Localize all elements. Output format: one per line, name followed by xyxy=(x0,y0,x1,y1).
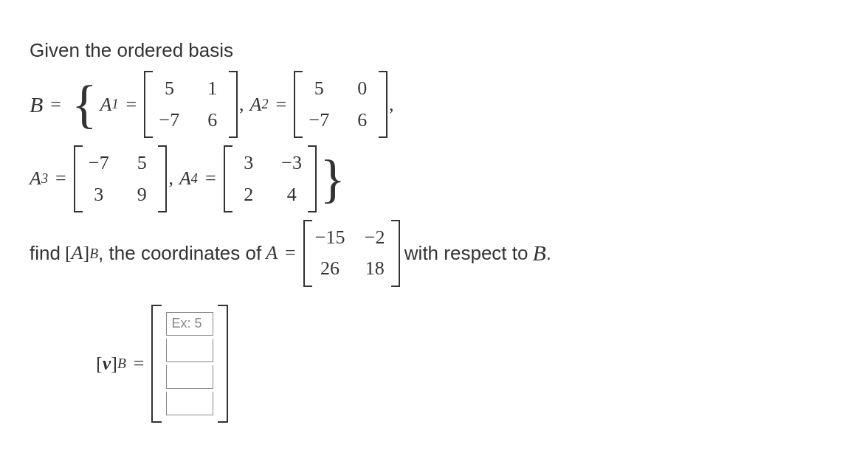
matrix-target: −15 −2 26 18 xyxy=(303,220,400,287)
A1-index: 1 xyxy=(111,95,118,114)
A3-name: A xyxy=(30,165,41,192)
comma-1: , xyxy=(239,91,244,118)
matrix-A1: 5 1 −7 6 xyxy=(144,71,238,138)
A4-c10: 2 xyxy=(235,181,262,208)
basis-row-2: A3 = −7 5 3 9 , A4 = 3 −3 2 4 } xyxy=(30,145,838,212)
equals-A3: = xyxy=(55,165,66,192)
A4-c11: 4 xyxy=(278,181,305,208)
A3-c11: 9 xyxy=(128,181,155,208)
basis-symbol: B xyxy=(30,89,43,120)
A4-index: 4 xyxy=(191,170,198,188)
answer-input-1[interactable] xyxy=(166,312,213,336)
T-c00: −15 xyxy=(315,224,345,251)
comma-3: , xyxy=(168,165,173,192)
coord-sub: B xyxy=(89,243,98,263)
T-c10: 26 xyxy=(315,255,345,282)
A2-c00: 5 xyxy=(306,75,332,102)
answer-vector xyxy=(151,305,228,423)
A4-name: A xyxy=(179,165,191,192)
A1-name: A xyxy=(100,91,112,118)
coord-A: A xyxy=(72,240,83,266)
period: . xyxy=(546,240,551,266)
basis-row-1: B = { A1 = 5 1 −7 6 , A2 = 5 0 −7 6 , xyxy=(30,71,838,138)
answer-equals: = xyxy=(134,350,145,377)
intro-text: Given the ordered basis xyxy=(30,37,838,63)
answer-input-3[interactable] xyxy=(166,365,213,389)
vec-sub: B xyxy=(117,353,126,373)
A3-c00: −7 xyxy=(86,150,112,176)
vec-open: [ xyxy=(96,350,103,377)
A3-c10: 3 xyxy=(86,181,112,208)
final-B: B xyxy=(532,238,545,269)
A1-c10: −7 xyxy=(156,107,182,134)
coord-open: [ xyxy=(65,240,72,266)
answer-input-4[interactable] xyxy=(166,392,213,415)
equals-A4: = xyxy=(205,165,216,192)
A1-c01: 1 xyxy=(199,75,226,102)
find-mid: , the coordinates of xyxy=(98,240,261,266)
answer-row: [v]B = xyxy=(96,305,838,423)
find-suffix: with respect to xyxy=(404,240,528,266)
A2-name: A xyxy=(250,91,262,118)
vec-close: ] xyxy=(111,350,117,377)
A3-c01: 5 xyxy=(128,150,155,176)
vec-v: v xyxy=(103,350,111,377)
A2-c01: 0 xyxy=(349,75,376,102)
A3-index: 3 xyxy=(41,170,48,188)
find-row: find [A]B , the coordinates of A = −15 −… xyxy=(30,220,838,287)
Aeq: A xyxy=(266,240,278,266)
brace-right: } xyxy=(320,163,345,195)
T-c01: −2 xyxy=(361,224,388,251)
matrix-A4: 3 −3 2 4 xyxy=(224,145,317,212)
A1-c11: 6 xyxy=(199,107,226,134)
equals-A2: = xyxy=(275,91,286,118)
A2-index: 2 xyxy=(261,95,268,114)
A2-c10: −7 xyxy=(306,107,332,134)
A1-c00: 5 xyxy=(156,75,182,102)
A4-c00: 3 xyxy=(235,150,262,176)
equals-target: = xyxy=(285,240,296,266)
answer-input-2[interactable] xyxy=(166,339,213,362)
A2-c11: 6 xyxy=(349,107,376,134)
matrix-A3: −7 5 3 9 xyxy=(74,145,168,212)
brace-left: { xyxy=(72,89,97,120)
matrix-A2: 5 0 −7 6 xyxy=(294,71,388,138)
A4-c01: −3 xyxy=(278,150,305,176)
equals-A1: = xyxy=(126,91,137,118)
intro-label: Given the ordered basis xyxy=(30,37,233,63)
T-c11: 18 xyxy=(361,255,388,282)
coord-close: ] xyxy=(83,240,89,266)
comma-2: , xyxy=(389,91,394,118)
find-prefix: find xyxy=(30,240,61,266)
equals-1: = xyxy=(50,91,61,118)
